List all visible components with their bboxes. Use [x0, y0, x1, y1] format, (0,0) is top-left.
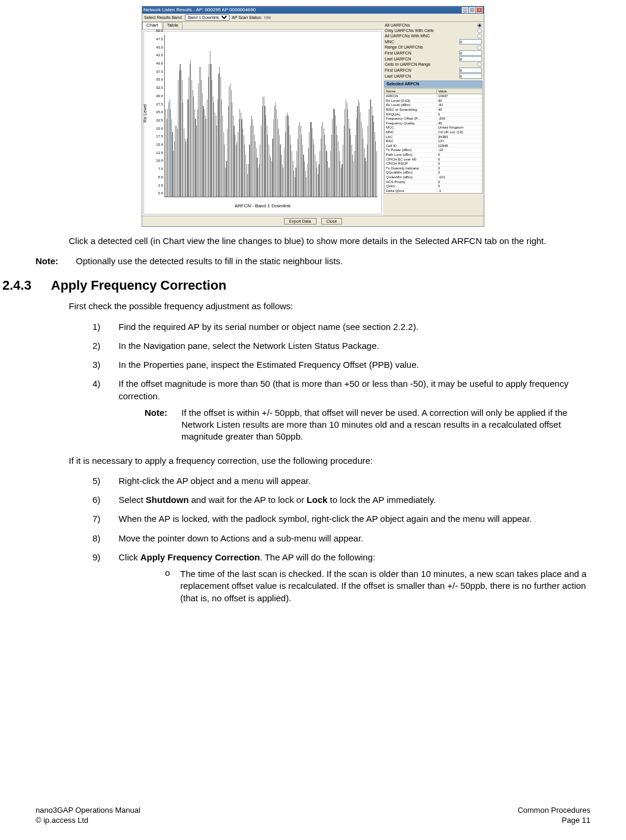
ytick-label: 37.5: [152, 69, 163, 73]
ytick-label: 22.5: [152, 118, 163, 123]
tab-table[interactable]: Table: [163, 22, 183, 29]
note-text: If the offset is within +/- 50ppb, that …: [181, 407, 590, 443]
prop-head-name: Name: [385, 89, 437, 94]
table-row: Rx Level (0-63)30: [385, 99, 482, 104]
list-item: 5)Right-click the AP object and a menu w…: [92, 475, 590, 487]
chart-xlabel: ARFCN - Band 1 Downlink: [144, 204, 381, 209]
ytick-label: 0.0: [152, 191, 163, 195]
table-row: QHcs0: [385, 184, 482, 189]
table-row: LAC34383: [385, 135, 482, 140]
table-row: Delta QHcs-1: [385, 189, 482, 194]
window-titlebar: Network Listen Results - AP: 000295 AP 0…: [142, 7, 484, 14]
ytick-label: 5.0: [152, 175, 163, 179]
tab-chart[interactable]: Chart: [142, 22, 162, 29]
filter-cellsrange-label: Cells In UARFCN Range: [385, 62, 430, 67]
filter-range-label: Range Of UARFCNs: [385, 45, 423, 50]
bullet-item: oThe time of the last scan is checked. I…: [165, 568, 590, 604]
filter-all-label: All UARFCNs: [385, 23, 410, 28]
close-button[interactable]: Close: [321, 218, 343, 225]
table-row: ARFCN10637: [385, 94, 482, 99]
ytick-label: 45.0: [152, 45, 163, 49]
list-item: 4)If the offset magnitude is more than 5…: [92, 378, 590, 447]
ytick-label: 2.5: [152, 183, 163, 187]
table-row: Tx Power (dBm)-10: [385, 148, 482, 153]
chart-area[interactable]: Rx Level 0.02.55.07.510.012.515.017.520.…: [143, 31, 382, 214]
list-item: 3)In the Properties pane, inspect the Es…: [92, 359, 590, 371]
table-row: CPICH RSCP0: [385, 162, 482, 166]
steps-list: 1)Find the required AP by its serial num…: [92, 321, 590, 448]
window-title: Network Listen Results - AP: 000295 AP 0…: [143, 8, 255, 13]
table-row: QQualMin (dBm)0: [385, 171, 482, 175]
screenshot-window: Network Listen Results - AP: 000295 AP 0…: [142, 6, 484, 227]
footer-doc-title: nano3GAP Operations Manual: [36, 806, 140, 815]
table-row: QrxlevMin (dBm)-101: [385, 175, 482, 180]
window-buttons: _ □ ×: [462, 7, 483, 13]
chart-plot[interactable]: [164, 35, 378, 197]
ytick-label: 42.5: [152, 53, 163, 57]
paragraph: First check the possible frequency adjus…: [69, 300, 590, 312]
footer-section: Common Procedures: [518, 806, 590, 815]
filter-mnc-input[interactable]: [459, 39, 482, 44]
footer-page: Page 11: [562, 816, 590, 825]
table-row: Cell ID12848: [385, 144, 482, 149]
ytick-label: 15.0: [152, 143, 163, 147]
maximize-icon[interactable]: □: [469, 7, 475, 13]
filter-last2-label: Last UARFCN: [385, 74, 411, 79]
band-select[interactable]: Band 1 Downlink: [185, 14, 229, 21]
section-heading: 2.4.3 Apply Frequency Correction: [36, 278, 590, 293]
table-row: RAC137: [385, 139, 482, 144]
ytick-label: 32.5: [152, 86, 163, 90]
button-row: Export Data Close: [142, 216, 484, 226]
band-select-label: Select Results Band:: [144, 15, 183, 20]
paragraph: If it is necessary to apply a frequency …: [69, 455, 590, 467]
section-title: Apply Frequency Correction: [51, 278, 226, 293]
filter-withmnc-radio[interactable]: [477, 34, 482, 39]
table-row: HCS Priority0: [385, 180, 482, 185]
ytick-label: 40.0: [152, 62, 163, 66]
steps-list: 5)Right-click the AP object and a menu w…: [92, 475, 590, 609]
selected-arfcn-header: Selected ARFCN: [384, 81, 483, 88]
filter-last2-input[interactable]: [459, 73, 482, 79]
list-item: 1)Find the required AP by its serial num…: [92, 321, 590, 333]
filter-first-label: First UARFCN: [385, 51, 411, 56]
table-row: MCCUnited Kingdom: [385, 126, 482, 130]
filter-first2-input[interactable]: [459, 68, 482, 73]
chart-bar[interactable]: [376, 151, 377, 196]
list-item: 6)Select Shutdown and wait for the AP to…: [92, 494, 590, 506]
ytick-label: 10.0: [152, 159, 163, 163]
filter-cellsrange-radio[interactable]: [477, 62, 482, 67]
ytick-label: 27.5: [152, 102, 163, 106]
filter-last-input[interactable]: [459, 56, 482, 62]
filter-first-input[interactable]: [459, 50, 482, 56]
ytick-label: 20.0: [152, 126, 163, 130]
table-row: Rx Level (dBm)-81: [385, 103, 482, 108]
prop-head-value: Value: [437, 89, 448, 94]
table-row: CPICH EC over N00: [385, 158, 482, 162]
filter-withmnc-label: All UARFCNs With MNC: [385, 34, 430, 39]
table-row: RXQUAL0: [385, 113, 482, 117]
ytick-label: 12.5: [152, 150, 163, 155]
export-button[interactable]: Export Data: [284, 218, 317, 225]
ytick-label: 47.5: [152, 37, 163, 41]
footer-copyright: © ip.access Ltd: [36, 816, 88, 825]
ytick-label: 25.0: [152, 110, 163, 114]
list-item: 2)In the Navigation pane, select the Net…: [92, 340, 590, 352]
filter-range-radio[interactable]: [477, 45, 482, 50]
sub-note: Note: If the offset is within +/- 50ppb,…: [145, 407, 590, 443]
filter-withcells-label: Only UARFCNs With Cells: [385, 28, 433, 33]
list-item: 7)When the AP is locked, with the padloc…: [92, 513, 590, 525]
scan-status-label: AP Scan Status:: [232, 15, 262, 20]
filter-withcells-radio[interactable]: [477, 28, 482, 33]
paragraph: Click a detected cell (in Chart view the…: [69, 235, 590, 247]
table-row: Path Loss (dBm)0: [385, 153, 482, 158]
table-row: Frequency Offset (P...-250: [385, 117, 482, 121]
minimize-icon[interactable]: _: [462, 7, 468, 13]
filter-all-radio[interactable]: [477, 23, 482, 28]
ytick-label: 35.0: [152, 78, 163, 82]
table-row: MNCO2 UK Ltd. (10): [385, 130, 482, 135]
note-label: Note:: [36, 255, 69, 267]
property-table: NameValue ARFCN10637Rx Level (0-63)30Rx …: [384, 88, 483, 194]
scan-status-value: Idle: [264, 15, 271, 20]
close-icon[interactable]: ×: [476, 7, 483, 13]
document-body: Click a detected cell (in Chart view the…: [69, 235, 590, 247]
